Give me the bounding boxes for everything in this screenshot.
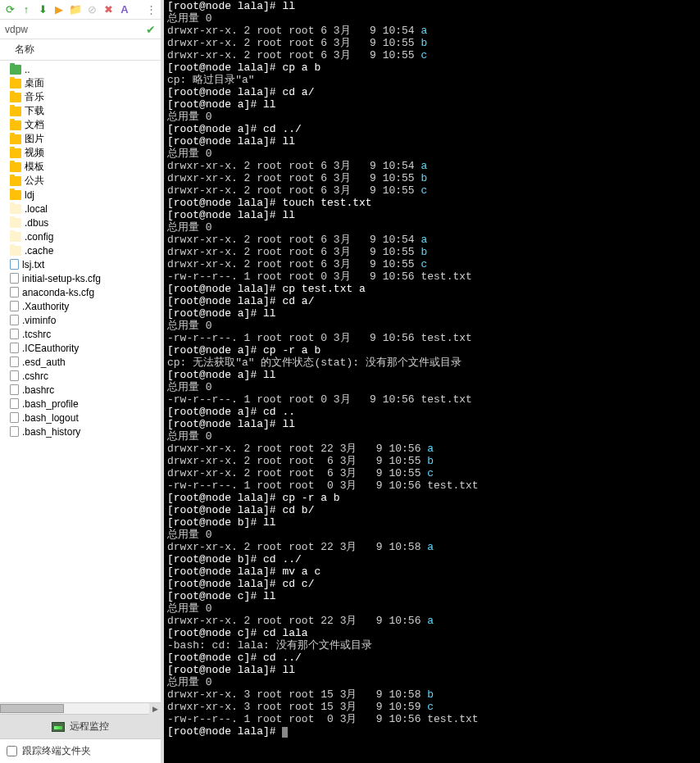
tree-item[interactable]: .config xyxy=(0,229,161,243)
terminal-line: [root@node lala]# ll xyxy=(167,418,697,430)
scrollbar-right-arrow[interactable]: ▶ xyxy=(149,703,161,715)
refresh-icon[interactable]: ⟳ xyxy=(3,3,16,16)
folder-hidden-icon xyxy=(10,204,21,214)
terminal-line: [root@node lala]# cp -r a b xyxy=(167,492,697,504)
up-arrow-icon[interactable]: ↑ xyxy=(20,3,33,16)
terminal-line: [root@node lala]# xyxy=(167,725,697,738)
tree-item[interactable]: .bash_profile xyxy=(0,397,161,411)
tree-item[interactable]: initial-setup-ks.cfg xyxy=(0,271,161,285)
tree-item[interactable]: .dbus xyxy=(0,216,161,229)
tree-item[interactable]: 模板 xyxy=(0,160,161,174)
tree-item[interactable]: .tcshrc xyxy=(0,327,161,341)
tree-item[interactable]: .bash_logout xyxy=(0,411,161,425)
tree-item[interactable]: 图片 xyxy=(0,132,161,146)
tree-item-label: lsj.txt xyxy=(22,259,44,270)
tree-item[interactable]: 文档 xyxy=(0,118,161,132)
tree-item-label: 桌面 xyxy=(25,76,44,90)
delete2-icon[interactable]: ✖ xyxy=(102,3,115,16)
tree-item[interactable]: .esd_auth xyxy=(0,355,161,369)
tree-item[interactable]: .ICEauthority xyxy=(0,341,161,355)
terminal-line: drwxr-xr-x. 2 root root 22 3月 9 10:56 a xyxy=(167,443,697,455)
tree-item[interactable]: .. xyxy=(0,62,161,76)
file-toolbar: ⟳ ↑ ⬇ ▶ 📁 ⊘ ✖ A ⋮ xyxy=(0,0,161,20)
tree-item[interactable]: .cshrc xyxy=(0,369,161,383)
folder-hidden-icon xyxy=(10,232,21,242)
terminal-line: drwxr-xr-x. 2 root root 6 3月 9 10:55 b xyxy=(167,455,697,467)
tree-item-label: .bashrc xyxy=(22,384,54,396)
terminal-line: 总用量 0 xyxy=(167,602,697,615)
folder-icon xyxy=(10,134,21,144)
tree-item[interactable]: .cache xyxy=(0,243,161,257)
terminal-line: -rw-r--r--. 1 root root 0 3月 9 10:56 tes… xyxy=(167,479,697,492)
terminal-line: [root@node lala]# cp test.txt a xyxy=(167,283,697,295)
follow-terminal-checkbox[interactable] xyxy=(7,746,17,756)
tree-item[interactable]: 音乐 xyxy=(0,90,161,104)
path-bar: ✔ xyxy=(0,20,161,39)
remote-monitor-bar[interactable]: 远程监控 xyxy=(0,714,161,739)
terminal-line: [root@node lala]# ll xyxy=(167,0,697,12)
tree-item[interactable]: lsj.txt xyxy=(0,257,161,271)
terminal-line: drwxr-xr-x. 3 root root 15 3月 9 10:59 c xyxy=(167,701,697,713)
file-tree[interactable]: ..桌面音乐下载文档图片视频模板公共ldj.local.dbus.config.… xyxy=(0,61,161,702)
tree-item[interactable]: 公共 xyxy=(0,174,161,188)
terminal-line: [root@node a]# cd ../ xyxy=(167,123,697,135)
terminal-line: -rw-r--r--. 1 root root 0 3月 9 10:56 tes… xyxy=(167,332,697,344)
tree-item-label: 音乐 xyxy=(25,90,44,104)
tree-item[interactable]: anaconda-ks.cfg xyxy=(0,285,161,299)
file-icon xyxy=(10,329,19,339)
play-icon[interactable]: ▶ xyxy=(52,3,66,16)
terminal-line: [root@node a]# cd .. xyxy=(167,406,697,418)
terminal-line: cp: 略过目录"a" xyxy=(167,74,697,86)
file-icon xyxy=(10,370,19,381)
font-icon[interactable]: A xyxy=(118,3,131,16)
tree-item[interactable]: .Xauthority xyxy=(0,299,161,313)
terminal-line: [root@node lala]# ll xyxy=(167,135,697,148)
new-folder-icon[interactable]: 📁 xyxy=(69,3,82,16)
scrollbar-thumb[interactable] xyxy=(0,704,64,713)
file-icon xyxy=(10,287,19,297)
tree-item-label: .tcshrc xyxy=(22,329,51,340)
tree-item-label: .cache xyxy=(25,245,53,257)
download-icon[interactable]: ⬇ xyxy=(36,3,49,16)
terminal-line: -rw-r--r--. 1 root root 0 3月 9 10:56 tes… xyxy=(167,270,697,283)
terminal-line: [root@node b]# cd ../ xyxy=(167,553,697,565)
file-icon xyxy=(10,357,19,367)
tree-item-label: .esd_auth xyxy=(22,357,66,368)
tree-item-label: initial-setup-ks.cfg xyxy=(22,273,101,284)
terminal-line: [root@node b]# ll xyxy=(167,516,697,529)
terminal-line: [root@node lala]# cp a b xyxy=(167,61,697,74)
terminal-line: cp: 无法获取"a" 的文件状态(stat): 没有那个文件或目录 xyxy=(167,357,697,369)
terminal-line: [root@node lala]# mv a c xyxy=(167,565,697,578)
path-input[interactable] xyxy=(5,24,143,35)
terminal-line: [root@node lala]# cd a/ xyxy=(167,86,697,98)
tree-item[interactable]: .viminfo xyxy=(0,313,161,327)
terminal-line: drwxr-xr-x. 2 root root 6 3月 9 10:55 c xyxy=(167,258,697,270)
tree-item[interactable]: .local xyxy=(0,202,161,216)
tree-item[interactable]: .bash_history xyxy=(0,425,161,438)
terminal-line: drwxr-xr-x. 2 root root 6 3月 9 10:55 c xyxy=(167,49,697,61)
tree-item[interactable]: 视频 xyxy=(0,146,161,160)
terminal-output[interactable]: [root@node lala]# ll总用量 0drwxr-xr-x. 2 r… xyxy=(164,0,700,763)
tree-item-label: .cshrc xyxy=(22,370,48,382)
tree-item-label: .bash_profile xyxy=(22,398,79,410)
delete1-icon[interactable]: ⊘ xyxy=(85,3,98,16)
file-icon xyxy=(10,273,19,284)
file-browser-panel: ⟳ ↑ ⬇ ▶ 📁 ⊘ ✖ A ⋮ ✔ 名称 ..桌面音乐下载文档图片视频模板公… xyxy=(0,0,164,763)
terminal-line: -rw-r--r--. 1 root root 0 3月 9 10:56 tes… xyxy=(167,713,697,725)
tree-item[interactable]: 桌面 xyxy=(0,76,161,90)
tree-header-name[interactable]: 名称 xyxy=(0,39,161,61)
terminal-line: 总用量 0 xyxy=(167,529,697,541)
terminal-line: 总用量 0 xyxy=(167,148,697,160)
tree-item[interactable]: 下载 xyxy=(0,104,161,118)
tree-item[interactable]: ldj xyxy=(0,188,161,202)
tree-item-label: 下载 xyxy=(25,104,44,118)
check-icon[interactable]: ✔ xyxy=(146,23,156,36)
tree-item[interactable]: .bashrc xyxy=(0,383,161,397)
file-icon xyxy=(10,301,19,311)
options-icon[interactable]: ⋮ xyxy=(144,3,157,16)
file-icon xyxy=(10,398,19,409)
terminal-line: drwxr-xr-x. 3 root root 15 3月 9 10:58 b xyxy=(167,688,697,701)
terminal-line: [root@node lala]# touch test.txt xyxy=(167,197,697,209)
horizontal-scrollbar[interactable]: ▶ xyxy=(0,702,161,714)
terminal-line: [root@node a]# ll xyxy=(167,98,697,111)
